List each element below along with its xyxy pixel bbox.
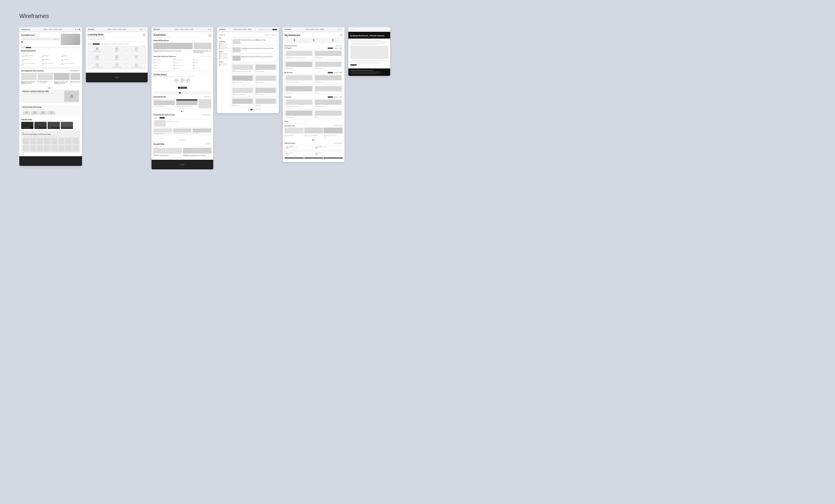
wf2-content: Industries Aerospace & Defense Automotiv… [86, 41, 148, 72]
wf6-case-body [348, 39, 390, 69]
wf3-blog: Keysight Blog Explore Blog Automotive Au… [154, 143, 211, 156]
wf1-hero-subtitle: Lorem ipsum dolor sit amet consectetur a… [21, 37, 60, 38]
wf3-featured: Featured Resources Keysight Controls Bet… [154, 40, 211, 54]
wf1-header: KeysightLearn® [19, 27, 82, 32]
wireframe-search-results: KEYSIGHT Search... Apply 1,798 Results [217, 27, 279, 113]
svg-rect-5 [97, 57, 98, 58]
wf5-header: KEYSIGHT [283, 27, 345, 32]
wf1-explore-link[interactable]: Explore All Content [70, 70, 80, 72]
svg-rect-8 [116, 57, 117, 58]
wf1-nav [44, 29, 62, 30]
svg-rect-4 [97, 56, 98, 57]
wf1-inspired-title: Get Inspired & Start Learning [21, 70, 43, 72]
wf5-notes: Notes Signing in will save your recommen… [285, 121, 343, 124]
wireframe-automotive: KEYSIGHT Automotive Lorem ipsum dolor si… [151, 27, 213, 169]
wf1-footer [19, 156, 82, 166]
wf3-events: Featured Events Register Events In Perso… [154, 96, 211, 113]
wf1-hero: KeysightLearn® Lorem ipsum dolor sit ame… [21, 34, 80, 45]
wf4-content: 1,798 Results Filter Product Area Automo… [217, 32, 279, 113]
svg-rect-7 [117, 56, 118, 57]
wf4-two-col: Filter Product Area Automotive Bench... … [219, 38, 277, 111]
wf6-case-header: Case Study Designing Next-Gen Di... Vehi… [348, 32, 390, 39]
svg-rect-0 [97, 48, 98, 49]
wf5-related-products: Related Products Browse All Products Key… [285, 142, 343, 159]
wf5-content: My Dashboard 2 In Progress 1 Activities … [283, 32, 345, 162]
wireframe-learning-hubs: KEYSIGHT Learning Hubs Lorem ipsum dolor… [86, 27, 148, 82]
svg-rect-9 [117, 57, 118, 58]
wf1-content: KeysightLearn® Lorem ipsum dolor sit ame… [19, 32, 82, 156]
wf4-results: Automotive Basics • Tutorials Automotive… [231, 38, 277, 111]
wireframe-my-dashboard: KEYSIGHT My Dashboard 2 I [283, 27, 345, 162]
wf4-sidebar: Filter Product Area Automotive Bench... … [219, 38, 230, 111]
wf1-badges-section: 🔔 Earn boot camp badges to level up your… [21, 130, 80, 152]
page-title: Wireframes [19, 13, 816, 20]
wf2-title-section: Learning Hubs Lorem ipsum dolor sit amet… [86, 32, 148, 41]
wf4-header: KEYSIGHT Search... Apply [217, 27, 279, 32]
wf1-curiosity-section: Feed your curiosity & build your skills … [21, 89, 80, 103]
wf3-explore: Explore More Automotive Resources Resour… [154, 56, 211, 72]
wf3-pagination[interactable]: ‹ 1 2 ... › [154, 91, 211, 94]
wf1-events-section: Get Involved with Events Lorem ipsum dol… [21, 105, 80, 117]
wf2-header: KEYSIGHT [86, 27, 148, 32]
wf6-dark-section [348, 68, 390, 76]
wf2-footer: Footer [86, 72, 148, 82]
wf1-explore-title: Explore Resources [21, 50, 80, 52]
svg-rect-1 [97, 48, 98, 48]
wf3-use-cases: Automotive Use Cases & Tools Browse All … [154, 114, 211, 142]
wf3-footer: Footer [151, 160, 213, 169]
wf6-header: Case Study [348, 27, 390, 32]
wf2-main-title: Learning Hubs [88, 34, 105, 36]
wireframes-container: KeysightLearn® KeysightLearn® Lorem ipsu… [19, 27, 816, 169]
wf1-explore-subtitle: Industry | Product Area [21, 53, 80, 54]
wf1-events-title: Get Involved with Events [22, 106, 41, 108]
wf1-hubs-section: Industry Hubs Aerospace & Defense Automo… [21, 119, 80, 129]
svg-rect-6 [116, 56, 117, 57]
wf3-content: Automotive Lorem ipsum dolor sit amet co… [151, 32, 213, 160]
svg-point-3 [117, 48, 117, 49]
wireframe-keysight-learn: KeysightLearn® KeysightLearn® Lorem ipsu… [19, 27, 82, 166]
wf1-hero-title: KeysightLearn® [21, 34, 60, 36]
wf4-results-bar: 1,798 Results [219, 34, 277, 36]
wf3-hero: Automotive Lorem ipsum dolor sit amet co… [154, 34, 211, 38]
wf3-header: KEYSIGHT [151, 27, 213, 32]
wf1-header-actions [75, 29, 80, 30]
wf5-selected: Selected for You Browse All Content Auto… [285, 125, 343, 137]
wf1-carousel: Updates Now Automated Electrical Tests w… [21, 73, 80, 85]
wireframe-case-study: Case Study Case Study Designing Next-Gen… [348, 27, 390, 76]
wf3-badges: Available Badges Showcase your commitmen… [154, 74, 211, 90]
